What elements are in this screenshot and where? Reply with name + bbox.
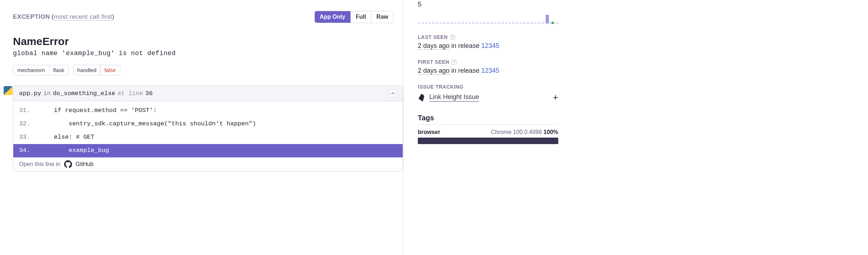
tag-handled[interactable]: handled false [73,65,120,75]
line-source: example_bug [39,146,109,156]
tags-heading: Tags [418,114,558,125]
line-source: else: # GET [39,132,94,143]
line-number: 32. [19,119,39,129]
help-icon[interactable]: ? [450,35,455,40]
code-line[interactable]: 32. sentry_sdk.capture_message("this sho… [13,117,403,131]
first-seen-release-link[interactable]: 12345 [481,67,499,74]
frame-function: do_something_else [53,90,115,97]
first-seen-label: FIRST SEEN ? [418,59,558,65]
chevron-up-icon [391,91,395,95]
error-message: global name 'example_bug' is not defined [13,50,403,57]
open-line-target[interactable]: GitHub [76,161,94,167]
last-seen-release-link[interactable]: 12345 [481,42,499,49]
view-full-button[interactable]: Full [350,11,371,23]
svg-marker-0 [419,94,424,102]
tag-value: false [100,65,120,75]
frame-line-number: 36 [145,90,152,97]
line-number: 34. [19,146,39,156]
tag-key: handled [73,65,100,75]
first-seen-time[interactable]: 2 days ago [418,67,449,75]
last-seen-label: LAST SEEN ? [418,34,558,40]
frame-atline-word: at line [117,90,143,97]
frame-header[interactable]: app.py in do_something_else at line 36 [13,86,403,101]
frame-in-word: in [43,90,50,97]
line-number: 33. [19,132,39,143]
python-icon [4,86,13,95]
last-seen-time[interactable]: 2 days ago [418,42,449,50]
tag-mechanism[interactable]: mechanism flask [13,65,69,75]
height-icon [418,94,425,102]
code-line[interactable]: 34. example_bug [13,144,403,157]
issue-sidebar: 5 LAST SEEN ? 2 days ago in release 1234… [418,0,558,255]
code-line[interactable]: 33. else: # GET [13,131,403,144]
stack-frame: app.py in do_something_else at line 36 3… [13,85,403,171]
line-source: sentry_sdk.capture_message("this shouldn… [39,119,256,129]
issue-tracking-label: ISSUE TRACKING [418,84,558,90]
exception-order: most recent call first [54,13,112,21]
view-raw-button[interactable]: Raw [371,11,393,23]
link-height-issue-button[interactable]: Link Height Issue [429,93,479,102]
code-line[interactable]: 31. if request.method == 'POST': [13,104,403,117]
tag-key: mechanism [13,65,49,75]
exception-header-row: EXCEPTION (most recent call first) App O… [13,11,403,23]
tag-browser-row[interactable]: browser Chrome 100.0.4896 100% [418,129,558,135]
error-name: NameError [13,35,403,48]
events-sparkline[interactable] [418,12,558,23]
frame-source: 31. if request.method == 'POST':32. sent… [13,101,403,157]
line-source: if request.method == 'POST': [39,106,157,116]
open-line-label: Open this line in [19,161,61,167]
exception-panel: EXCEPTION (most recent call first) App O… [0,0,403,255]
event-count: 5 [418,1,558,8]
tag-key: browser [418,129,440,135]
sparkline-bar [546,15,549,23]
first-seen-value: 2 days ago in release 12345 [418,67,558,75]
line-number: 31. [19,106,39,116]
issue-tracking-row: Link Height Issue + [418,92,558,103]
exception-label-group: EXCEPTION (most recent call first) [13,13,115,21]
tag-value: flask [49,65,68,75]
github-icon [64,160,72,168]
collapse-frame-button[interactable] [389,89,397,97]
open-line-in-row: Open this line in GitHub [13,157,403,171]
last-seen-value: 2 days ago in release 12345 [418,42,558,50]
exception-tags: mechanism flask handled false [13,65,403,75]
frame-file: app.py [19,90,41,97]
tag-value: Chrome 100.0.4896 100% [491,129,558,135]
view-app-only-button[interactable]: App Only [315,11,350,23]
help-icon[interactable]: ? [451,59,457,65]
sparkline-dot [551,22,554,24]
tag-distribution-bar[interactable] [418,138,558,144]
exception-label: EXCEPTION [13,13,50,20]
add-integration-button[interactable]: + [553,92,558,103]
stacktrace-view-toggle: App Only Full Raw [314,11,394,23]
